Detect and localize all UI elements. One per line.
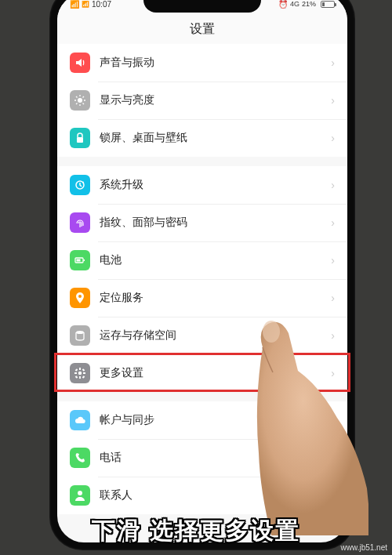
chevron-right-icon: › (331, 452, 335, 464)
row-label: 系统升级 (100, 178, 331, 192)
settings-row-more-settings[interactable]: 更多设置› (57, 354, 347, 392)
alarm-icon: ⏰ (278, 0, 288, 9)
svg-rect-20 (83, 372, 85, 374)
row-label: 定位服务 (100, 291, 331, 305)
notch (143, 0, 261, 13)
settings-row-accounts[interactable]: 帐户与同步› (57, 401, 347, 439)
chevron-right-icon: › (331, 367, 335, 379)
svg-rect-21 (75, 368, 78, 372)
biometrics-icon (70, 212, 90, 233)
chevron-right-icon: › (331, 329, 335, 342)
svg-rect-9 (77, 137, 83, 143)
battery-icon (321, 1, 335, 8)
row-label: 声音与振动 (100, 56, 331, 70)
row-label: 指纹、面部与密码 (100, 216, 331, 230)
storage-icon (70, 325, 90, 346)
settings-row-display[interactable]: 显示与亮度› (57, 82, 347, 119)
contacts-icon (70, 485, 90, 506)
row-label: 运存与存储空间 (100, 328, 331, 343)
chevron-right-icon: › (331, 132, 335, 144)
battery-icon (70, 250, 90, 270)
settings-row-storage[interactable]: 运存与存储空间› (57, 317, 347, 354)
settings-row-system-update[interactable]: 系统升级› (57, 166, 347, 204)
chevron-right-icon: › (331, 292, 335, 304)
svg-rect-12 (84, 259, 85, 261)
system-update-icon (70, 175, 90, 195)
svg-point-0 (78, 98, 82, 103)
row-label: 更多设置 (100, 366, 331, 380)
chevron-right-icon: › (331, 56, 335, 69)
row-label: 锁屏、桌面与壁纸 (100, 131, 331, 145)
svg-point-16 (78, 372, 82, 375)
chevron-right-icon: › (331, 179, 335, 191)
settings-row-sound[interactable]: 声音与振动› (57, 44, 347, 82)
settings-list[interactable]: 声音与振动›显示与亮度›锁屏、桌面与壁纸›系统升级›指纹、面部与密码›电池›定位… (57, 44, 347, 514)
svg-rect-22 (82, 375, 85, 379)
caption: 下滑 选择更多设置 (0, 515, 392, 547)
page-header: 设置 (57, 14, 347, 44)
row-label: 显示与亮度 (100, 93, 331, 107)
settings-row-lock[interactable]: 锁屏、桌面与壁纸› (57, 119, 347, 157)
settings-row-phone[interactable]: 电话› (57, 439, 347, 477)
network-label: 4G (290, 0, 299, 8)
svg-rect-18 (79, 376, 81, 379)
row-label: 电话 (100, 451, 331, 465)
sound-icon (70, 53, 90, 73)
svg-point-25 (78, 491, 82, 495)
row-label: 电池 (100, 253, 331, 267)
svg-line-6 (83, 103, 85, 105)
battery-pct: 21% (302, 0, 316, 8)
svg-rect-24 (75, 375, 78, 379)
lock-icon (70, 128, 90, 148)
settings-row-battery[interactable]: 电池› (57, 241, 347, 279)
svg-point-15 (76, 331, 84, 334)
row-label: 联系人 (100, 488, 331, 502)
location-icon (70, 288, 90, 308)
settings-row-contacts[interactable]: 联系人› (57, 477, 347, 514)
accounts-icon (70, 410, 90, 430)
phone-icon (70, 448, 90, 468)
settings-row-location[interactable]: 定位服务› (57, 279, 347, 317)
signal-text: 📶 (82, 1, 89, 8)
chevron-right-icon: › (331, 254, 335, 267)
svg-line-7 (76, 103, 78, 105)
signal-icon: 📶 (70, 0, 79, 9)
more-settings-icon (70, 363, 90, 383)
chevron-right-icon: › (331, 216, 335, 229)
svg-rect-19 (74, 372, 77, 374)
svg-rect-17 (79, 368, 81, 370)
phone-screen: 📶 📶 10:07 ⏰ 4G 21% 设置 声音与振动›显示与亮度›锁屏、桌面与… (57, 0, 347, 542)
chevron-right-icon: › (331, 414, 335, 426)
page-title: 设置 (190, 21, 215, 38)
svg-line-8 (83, 96, 85, 98)
chevron-right-icon: › (331, 489, 335, 502)
chevron-right-icon: › (331, 94, 335, 107)
row-label: 帐户与同步 (100, 413, 331, 427)
svg-line-5 (76, 96, 78, 98)
phone-frame: 📶 📶 10:07 ⏰ 4G 21% 设置 声音与振动›显示与亮度›锁屏、桌面与… (49, 0, 355, 550)
status-time: 10:07 (92, 0, 111, 9)
svg-point-14 (78, 295, 82, 298)
watermark: www.jb51.net (341, 543, 387, 552)
settings-row-biometrics[interactable]: 指纹、面部与密码› (57, 204, 347, 241)
svg-rect-23 (82, 368, 85, 372)
display-icon (70, 90, 90, 111)
svg-rect-13 (77, 259, 81, 262)
